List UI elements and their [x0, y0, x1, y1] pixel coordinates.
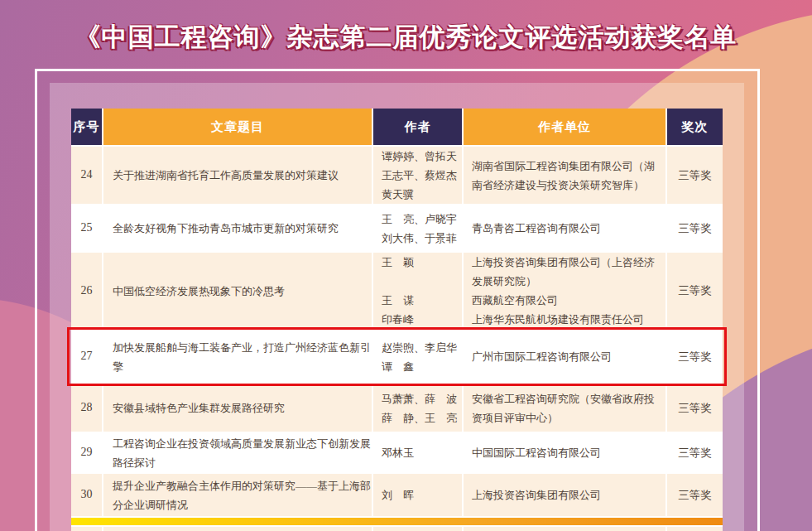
row-award-cell-text: 三等奖 — [678, 443, 712, 463]
row-number-cell-text: 29 — [81, 442, 93, 463]
partial-cell — [103, 527, 372, 531]
row-unit-cell: 安徽省工程咨询研究院（安徽省政府投资项目评审中心） — [464, 384, 665, 432]
partial-cell — [71, 527, 102, 531]
row-unit-cell: 青岛青咨工程咨询有限公司 — [464, 205, 665, 251]
row-number-cell-text: 24 — [81, 165, 93, 186]
row-number-cell: 26 — [71, 253, 102, 329]
table-header-row: 序号文章题目作者作者单位奖次 — [71, 109, 723, 145]
table-row: 27加快发展船舶与海工装备产业，打造广州经济蓝色新引擎赵崇煦、李启华谭 鑫广州市… — [71, 331, 723, 383]
table-row: 28安徽县域特色产业集群发展路径研究马萧萧、薛 波薛 静、王 亮安徽省工程咨询研… — [71, 384, 723, 432]
table-row-partial — [71, 527, 723, 531]
row-title-cell-text: 加快发展船舶与海工装备产业，打造广州经济蓝色新引擎 — [113, 338, 371, 376]
row-award-cell: 三等奖 — [667, 147, 723, 204]
partial-cell — [667, 527, 723, 531]
row-title-cell-text: 工程咨询企业在投资领域高质量发展新业态下创新发展路径探讨 — [113, 434, 371, 472]
row-award-cell: 三等奖 — [667, 433, 723, 472]
row-authors-cell: 王 亮、卢晓宇刘大伟、于景菲 — [373, 205, 462, 251]
row-number-cell-text: 28 — [81, 398, 93, 418]
row-award-cell-text: 三等奖 — [678, 347, 712, 367]
row-number-cell: 24 — [71, 147, 102, 204]
row-authors-cell-text: 刘 晖 — [382, 485, 414, 504]
header-cell: 作者单位 — [464, 109, 665, 145]
row-award-cell-text: 三等奖 — [678, 398, 712, 418]
awards-table: 序号文章题目作者作者单位奖次 24关于推进湖南省托育工作高质量发展的对策建议谭婷… — [71, 109, 723, 531]
row-title-cell-text: 安徽县域特色产业集群发展路径研究 — [113, 398, 285, 418]
row-unit-cell-text: 中国国际工程咨询有限公司 — [472, 443, 601, 462]
row-title-cell: 加快发展船舶与海工装备产业，打造广州经济蓝色新引擎 — [103, 331, 372, 383]
row-number-cell: 27 — [71, 331, 102, 383]
row-authors-cell-text: 马萧萧、薛 波薛 静、王 亮 — [382, 389, 457, 427]
row-award-cell: 三等奖 — [667, 253, 723, 329]
row-title-cell: 提升企业产教融合主体作用的对策研究——基于上海部分企业调研情况 — [103, 474, 372, 516]
row-title-cell: 工程咨询企业在投资领域高质量发展新业态下创新发展路径探讨 — [103, 433, 372, 472]
row-number-cell-text: 27 — [81, 346, 93, 367]
row-number-cell: 30 — [71, 474, 102, 516]
row-award-cell-text: 三等奖 — [678, 281, 712, 301]
row-authors-cell-text: 王 亮、卢晓宇刘大伟、于景菲 — [382, 210, 457, 248]
row-title-cell: 安徽县域特色产业集群发展路径研究 — [103, 384, 372, 432]
row-number-cell-text: 25 — [81, 218, 93, 239]
row-unit-cell: 湖南省国际工程咨询集团有限公司（湖南省经济建设与投资决策研究智库） — [464, 147, 665, 204]
row-award-cell-text: 三等奖 — [678, 485, 712, 505]
page-background: { "page_title": "《中国工程咨询》杂志第二届优秀论文评选活动获奖… — [0, 0, 812, 531]
row-title-cell-text: 全龄友好视角下推动青岛市城市更新的对策研究 — [113, 219, 339, 238]
row-number-cell-text: 30 — [81, 485, 93, 505]
row-title-cell: 中国低空经济发展热现象下的冷思考 — [103, 253, 372, 329]
row-unit-cell-text: 上海投资咨询集团有限公司（上咨经济发展研究院）西藏航空有限公司上海华东民航机场建… — [472, 253, 664, 329]
partial-cell — [373, 527, 462, 531]
table-row: 24关于推进湖南省托育工作高质量发展的对策建议谭婷婷、曾拓天王志平、蔡煜杰黄天骥… — [71, 147, 723, 204]
row-unit-cell-text: 广州市国际工程咨询有限公司 — [472, 347, 612, 366]
row-award-cell-text: 三等奖 — [678, 219, 712, 239]
page-title: 《中国工程咨询》杂志第二届优秀论文评选活动获奖名单 — [0, 20, 812, 55]
row-award-cell-text: 三等奖 — [678, 166, 712, 186]
table-rows: 序号文章题目作者作者单位奖次 24关于推进湖南省托育工作高质量发展的对策建议谭婷… — [71, 109, 723, 531]
row-authors-cell: 马萧萧、薛 波薛 静、王 亮 — [373, 384, 462, 432]
row-unit-cell: 广州市国际工程咨询有限公司 — [464, 331, 665, 383]
row-number-cell: 28 — [71, 384, 102, 432]
row-title-cell: 关于推进湖南省托育工作高质量发展的对策建议 — [103, 147, 372, 204]
row-title-cell-text: 提升企业产教融合主体作用的对策研究——基于上海部分企业调研情况 — [113, 476, 371, 514]
header-cell: 文章题目 — [103, 109, 372, 145]
row-award-cell: 三等奖 — [667, 384, 723, 432]
table-row: 25全龄友好视角下推动青岛市城市更新的对策研究王 亮、卢晓宇刘大伟、于景菲青岛青… — [71, 205, 723, 251]
row-unit-cell-text: 上海投资咨询集团有限公司 — [472, 485, 601, 504]
row-authors-cell-text: 邓林玉 — [382, 443, 414, 462]
row-award-cell: 三等奖 — [667, 331, 723, 383]
row-title-cell: 全龄友好视角下推动青岛市城市更新的对策研究 — [103, 205, 372, 251]
row-authors-cell: 谭婷婷、曾拓天王志平、蔡煜杰黄天骥 — [373, 147, 462, 204]
row-authors-cell-text: 谭婷婷、曾拓天王志平、蔡煜杰黄天骥 — [382, 147, 457, 204]
row-number-cell: 29 — [71, 433, 102, 472]
partial-cell — [464, 527, 665, 531]
header-cell: 作者 — [373, 109, 462, 145]
row-unit-cell-text: 安徽省工程咨询研究院（安徽省政府投资项目评审中心） — [472, 389, 664, 427]
table-row: 29工程咨询企业在投资领域高质量发展新业态下创新发展路径探讨邓林玉中国国际工程咨… — [71, 433, 723, 472]
row-unit-cell-text: 青岛青咨工程咨询有限公司 — [472, 219, 601, 238]
row-award-cell: 三等奖 — [667, 205, 723, 251]
row-unit-cell: 中国国际工程咨询有限公司 — [464, 433, 665, 472]
table-row: 26中国低空经济发展热现象下的冷思考王 颖王 谋印春峰上海投资咨询集团有限公司（… — [71, 253, 723, 329]
row-title-cell-text: 中国低空经济发展热现象下的冷思考 — [113, 282, 285, 301]
row-unit-cell-text: 湖南省国际工程咨询集团有限公司（湖南省经济建设与投资决策研究智库） — [472, 157, 664, 195]
divider-bar — [71, 518, 723, 525]
row-authors-cell-text: 赵崇煦、李启华谭 鑫 — [382, 338, 457, 376]
row-title-cell-text: 关于推进湖南省托育工作高质量发展的对策建议 — [113, 166, 339, 185]
table-row: 30提升企业产教融合主体作用的对策研究——基于上海部分企业调研情况刘 晖上海投资… — [71, 474, 723, 516]
row-unit-cell: 上海投资咨询集团有限公司（上咨经济发展研究院）西藏航空有限公司上海华东民航机场建… — [464, 253, 665, 329]
row-award-cell: 三等奖 — [667, 474, 723, 516]
row-authors-cell: 王 颖王 谋印春峰 — [373, 253, 462, 329]
row-authors-cell: 赵崇煦、李启华谭 鑫 — [373, 331, 462, 383]
row-authors-cell: 刘 晖 — [373, 474, 462, 516]
row-authors-cell: 邓林玉 — [373, 433, 462, 472]
row-authors-cell-text: 王 颖王 谋印春峰 — [382, 253, 414, 329]
row-number-cell: 25 — [71, 205, 102, 251]
row-unit-cell: 上海投资咨询集团有限公司 — [464, 474, 665, 516]
header-cell: 序号 — [71, 109, 102, 145]
header-cell: 奖次 — [667, 109, 723, 145]
row-number-cell-text: 26 — [81, 281, 93, 302]
